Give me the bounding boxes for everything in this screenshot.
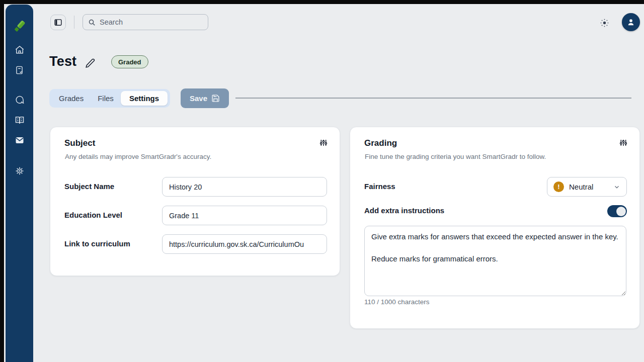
sidebar-item-assignments[interactable] — [11, 61, 29, 79]
subject-card: Subject Any details may improve SmartGra… — [50, 127, 340, 276]
marker-pen-icon — [12, 19, 27, 34]
sidebar-toggle-button[interactable] — [50, 15, 66, 30]
topbar-divider — [74, 16, 74, 29]
extra-instructions-textarea[interactable]: Give extra marks for answers that exceed… — [364, 226, 626, 296]
grading-card-subtitle: Fine tune the grading criteria you want … — [365, 153, 546, 160]
fairness-select[interactable]: ! Neutral — [547, 177, 627, 197]
main-content: Test Graded Grades Files Settings Save — [4, 4, 644, 362]
theme-toggle-button[interactable] — [599, 17, 610, 28]
sliders-icon — [319, 139, 328, 147]
education-level-input[interactable] — [162, 206, 327, 225]
floppy-disk-icon — [211, 94, 220, 103]
sidebar-item-home[interactable] — [11, 41, 29, 59]
subject-name-label: Subject Name — [64, 182, 114, 191]
assignment-check-icon — [15, 65, 24, 75]
fairness-label: Fairness — [364, 182, 395, 191]
library-book-icon — [15, 115, 25, 125]
warning-exclamation-icon: ! — [553, 182, 564, 192]
mail-icon — [15, 135, 25, 145]
sliders-icon — [619, 139, 627, 147]
extra-instructions-label: Add extra instructions — [364, 206, 444, 215]
fairness-selected-value: Neutral — [569, 183, 608, 191]
theme-sun-icon — [600, 18, 609, 28]
extra-instructions-toggle[interactable] — [607, 205, 627, 217]
app-window: Test Graded Grades Files Settings Save — [0, 0, 644, 362]
toggle-knob — [616, 207, 626, 216]
pencil-icon — [85, 58, 96, 68]
subject-name-input[interactable] — [162, 177, 327, 197]
tab-bar: Grades Files Settings — [49, 89, 170, 108]
character-count: 110 / 1000 characters — [364, 298, 430, 306]
search-input[interactable] — [100, 18, 203, 26]
save-button-label: Save — [190, 94, 207, 103]
user-avatar-icon — [626, 17, 636, 27]
page-title: Test — [49, 54, 76, 69]
user-avatar-button[interactable] — [622, 13, 640, 31]
search-icon — [88, 19, 96, 26]
toolbar-divider-line — [235, 98, 631, 99]
status-badge: Graded — [111, 55, 148, 68]
app-logo — [11, 17, 29, 35]
tab-files[interactable]: Files — [91, 91, 121, 106]
sidebar-toggle-icon — [54, 18, 62, 27]
help-chat-icon — [15, 95, 25, 105]
search-box[interactable] — [83, 14, 208, 30]
grading-card: Grading Fine tune the grading criteria y… — [350, 127, 640, 329]
sidebar-item-mail[interactable] — [11, 131, 29, 149]
curriculum-link-input[interactable] — [162, 234, 327, 254]
subject-card-title: Subject — [64, 138, 95, 148]
subject-card-subtitle: Any details may improve SmartGradr's acc… — [65, 153, 211, 160]
tab-settings[interactable]: Settings — [121, 91, 168, 106]
grading-card-title: Grading — [364, 138, 397, 148]
sidebar-item-library[interactable] — [11, 111, 29, 129]
settings-gear-icon — [15, 166, 25, 176]
sidebar-item-settings[interactable] — [11, 162, 29, 180]
tab-grades[interactable]: Grades — [52, 91, 91, 106]
chevron-down-icon — [613, 184, 620, 191]
edit-title-button[interactable] — [84, 56, 97, 69]
education-level-label: Education Level — [64, 211, 122, 219]
sidebar-item-help[interactable] — [11, 91, 29, 109]
save-button[interactable]: Save — [181, 88, 229, 108]
curriculum-link-label: Link to curriculum — [64, 239, 130, 248]
home-icon — [15, 45, 25, 55]
sidebar — [6, 5, 33, 362]
